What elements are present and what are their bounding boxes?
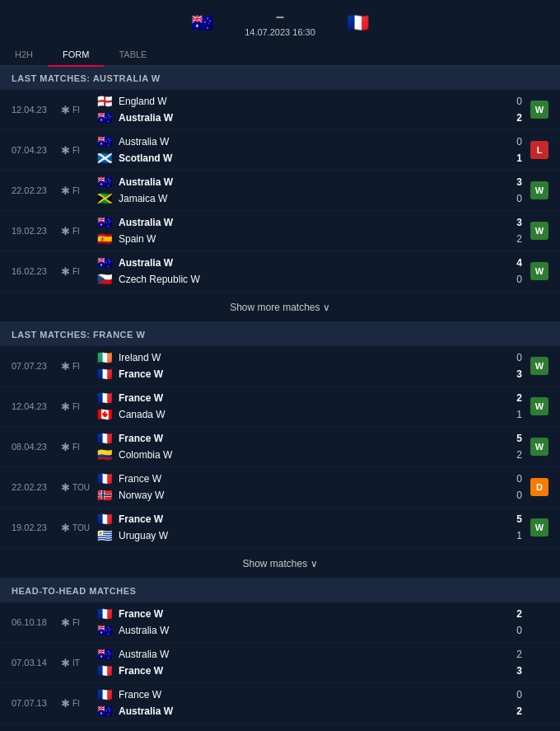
- australia-show-more[interactable]: Show more matches ∨: [0, 293, 560, 323]
- team-name: France W: [119, 433, 499, 444]
- team-name: Colombia W: [119, 449, 499, 461]
- result-badge: W: [530, 222, 548, 240]
- result-badge: W: [530, 438, 548, 456]
- team-score: 5: [504, 513, 522, 525]
- teams-col: 🇫🇷France W0🇳🇴Norway W0: [96, 471, 522, 503]
- teams-col: 🏴󠁧󠁢󠁥󠁮󠁧󠁿England W0🇦🇺Australia W2: [96, 94, 522, 125]
- team-score: 2: [504, 649, 522, 660]
- team-score: 2: [504, 392, 522, 404]
- tab-table[interactable]: TABLE: [104, 44, 161, 67]
- match-date: 19.02.23: [12, 226, 61, 236]
- team-flag-small: 🇫🇷: [96, 663, 114, 678]
- match-type: ✱TOU: [61, 522, 96, 534]
- match-center: – 14.07.2023 16:30: [245, 8, 315, 37]
- team-name: Australia W: [119, 705, 499, 717]
- match-date: 12.04.23: [12, 401, 61, 411]
- team-score: 5: [504, 433, 522, 444]
- team-row: 🇨🇴Colombia W2: [96, 448, 522, 462]
- match-type: ✱FI: [61, 185, 96, 197]
- team-flag-small: 🇫🇷: [96, 367, 114, 382]
- team-flag-small: 🇺🇾: [96, 528, 114, 543]
- teams-col: 🇦🇺Australia W3🇪🇸Spain W2: [96, 215, 522, 246]
- match-type: ✱FI: [61, 104, 96, 116]
- team-row: 🇦🇺Australia W3: [96, 175, 522, 190]
- team-row: 🇦🇺Australia W3: [96, 215, 522, 230]
- team-flag-small: 🇫🇷: [96, 431, 114, 446]
- team-flag-small: 🇯🇲: [96, 191, 114, 206]
- result-badge: W: [530, 518, 548, 537]
- team-row: 🇫🇷France W5: [96, 431, 522, 446]
- teams-col: 🇦🇺Australia W2🇫🇷France W3: [96, 647, 522, 678]
- team-score: 3: [504, 665, 522, 677]
- team-score: 4: [504, 257, 522, 269]
- match-type: ✱FI: [61, 265, 96, 278]
- team-score: 0: [504, 352, 522, 363]
- team-score: 0: [504, 136, 522, 148]
- team-score: 0: [504, 625, 522, 636]
- team-row: 🇫🇷France W2: [96, 607, 522, 621]
- result-badge: W: [530, 397, 548, 415]
- team-flag-small: 🇨🇿: [96, 272, 114, 287]
- match-type: ✱FI: [61, 225, 96, 237]
- team-name: Jamaica W: [119, 193, 499, 204]
- match-type: ✱FI: [61, 360, 96, 373]
- result-badge: W: [530, 181, 548, 199]
- match-date: 22.02.23: [12, 185, 61, 195]
- team-score: 0: [504, 274, 522, 285]
- team-score: 1: [504, 409, 522, 420]
- match-type: ✱FI: [61, 401, 96, 413]
- result-badge: L: [530, 141, 548, 159]
- match-row: 06.10.18✱FI🇫🇷France W2🇦🇺Australia W0: [0, 602, 560, 643]
- team-row: 🇫🇷France W0: [96, 687, 522, 702]
- result-badge: W: [530, 357, 548, 375]
- match-date: 16.02.23: [12, 266, 61, 276]
- team-name: Australia W: [119, 257, 499, 269]
- match-type: ✱FI: [61, 441, 96, 453]
- h2h-section-header: HEAD-TO-HEAD MATCHES: [0, 579, 560, 602]
- match-row: 07.07.23✱FI🇮🇪Ireland W0🇫🇷France W3W: [0, 346, 560, 387]
- result-badge: D: [530, 478, 548, 496]
- team-flag-small: 🇮🇪: [96, 350, 114, 365]
- australia-matches: 12.04.23✱FI🏴󠁧󠁢󠁥󠁮󠁧󠁿England W0🇦🇺Australia …: [0, 90, 560, 292]
- teams-col: 🇦🇺Australia W3🇯🇲Jamaica W0: [96, 175, 522, 206]
- team-flag-small: 🏴󠁧󠁢󠁥󠁮󠁧󠁿: [96, 94, 114, 109]
- match-row: 22.02.23✱TOU🇫🇷France W0🇳🇴Norway W0D: [0, 467, 560, 508]
- team-score: 0: [504, 490, 522, 501]
- team-flag-small: 🇫🇷: [96, 687, 114, 702]
- team-row: 🇦🇺Australia W4: [96, 255, 522, 270]
- team-name: Scotland W: [119, 152, 499, 164]
- team-row: 🏴󠁧󠁢󠁳󠁣󠁴󠁿Scotland W1: [96, 151, 522, 166]
- team-name: Ireland W: [119, 352, 499, 363]
- team-row: 🇫🇷France W5: [96, 512, 522, 527]
- result-badge: W: [530, 101, 548, 119]
- teams-col: 🇦🇺Australia W0🏴󠁧󠁢󠁳󠁣󠁴󠁿Scotland W1: [96, 134, 522, 166]
- team-name: Canada W: [119, 409, 499, 420]
- match-date: 07.07.23: [12, 361, 61, 371]
- team-flag-small: 🇦🇺: [96, 110, 114, 125]
- team-name: Australia W: [119, 625, 499, 636]
- team-name: Australia W: [119, 649, 499, 660]
- team-row: 🇫🇷France W2: [96, 391, 522, 405]
- team-row: 🇺🇾Uruguay W1: [96, 528, 522, 543]
- tab-form[interactable]: FORM: [48, 44, 104, 67]
- france-show-more[interactable]: Show matches ∨: [0, 550, 560, 579]
- france-matches: 07.07.23✱FI🇮🇪Ireland W0🇫🇷France W3W12.04…: [0, 346, 560, 548]
- team-name: Spain W: [119, 233, 499, 245]
- team-name: France W: [119, 665, 499, 677]
- team-name: England W: [119, 96, 499, 107]
- team-name: France W: [119, 473, 499, 485]
- match-row: 12.04.23✱FI🇫🇷France W2🇨🇦Canada W1W: [0, 387, 560, 427]
- match-row: 07.04.23✱FI🇦🇺Australia W0🏴󠁧󠁢󠁳󠁣󠁴󠁿Scotland…: [0, 130, 560, 171]
- team-row: 🇦🇺Australia W0: [96, 623, 522, 638]
- australia-section-header: LAST MATCHES: AUSTRALIA W: [0, 67, 560, 90]
- team-score: 1: [504, 530, 522, 541]
- team-name: France W: [119, 392, 499, 404]
- team-name: Uruguay W: [119, 530, 499, 541]
- team-flag-small: 🇫🇷: [96, 512, 114, 527]
- h2h-matches: 06.10.18✱FI🇫🇷France W2🇦🇺Australia W007.0…: [0, 602, 560, 724]
- team-flag-small: 🇦🇺: [96, 175, 114, 190]
- team-score: 2: [504, 233, 522, 245]
- tab-h2h[interactable]: H2H: [0, 44, 48, 67]
- team-flag-small: 🇦🇺: [96, 255, 114, 270]
- team-flag-small: 🇨🇦: [96, 407, 114, 422]
